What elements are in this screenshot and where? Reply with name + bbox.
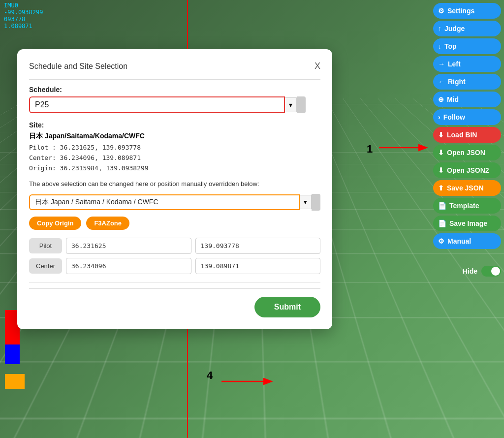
pilot-lon-input[interactable]	[195, 238, 320, 254]
save-json-icon: ⬆	[438, 184, 444, 192]
hide-label: Hide	[463, 267, 477, 275]
schedule-dropdown-btn[interactable]: ▾	[285, 97, 297, 112]
open-json-icon: ⬇	[438, 149, 444, 156]
sidebar: ⚙ Settings ↑ Judge ↓ Top → Left ← Right …	[430, 0, 504, 252]
submit-button[interactable]: Submit	[254, 297, 320, 317]
top-icon: ↓	[438, 42, 441, 50]
center-coords: Center: 36.234096, 139.089871	[29, 153, 320, 163]
site-name: 日本 Japan/Saitama/Kodama/CWFC	[29, 132, 320, 141]
follow-icon: ›	[438, 113, 441, 121]
judge-icon: ↑	[438, 25, 441, 32]
annotation-4: 4	[207, 369, 213, 382]
save-json-button[interactable]: ⬆ Save JSON	[433, 180, 501, 196]
left-button[interactable]: → Left	[433, 56, 501, 72]
annotation-1: 1	[367, 143, 373, 156]
modal-footer: Submit	[29, 288, 320, 317]
schedule-input[interactable]	[29, 96, 285, 113]
pilot-label-btn[interactable]: Pilot	[29, 238, 62, 253]
modal-divider-top	[29, 79, 320, 80]
settings-button[interactable]: ⚙ Settings	[433, 3, 501, 19]
right-button[interactable]: ← Right	[433, 74, 501, 90]
location-row: ▾	[29, 194, 320, 211]
manual-icon: ⚙	[438, 237, 444, 245]
origin-coords: Origin: 36.2315984, 139.0938299	[29, 163, 320, 174]
mid-button[interactable]: ⊕ Mid	[433, 92, 501, 107]
follow-button[interactable]: › Follow	[433, 109, 501, 125]
load-bin-icon: ⬇	[438, 131, 444, 139]
save-image-icon: 📄	[438, 219, 446, 227]
modal-dialog: Schedule and Site Selection X Schedule: …	[17, 49, 332, 329]
top-button[interactable]: ↓ Top	[433, 38, 501, 54]
template-icon: 📄	[438, 202, 446, 210]
manual-button[interactable]: ⚙ Manual	[433, 233, 501, 249]
schedule-row: ▾	[29, 96, 320, 113]
open-json2-icon: ⬇	[438, 166, 444, 174]
axis-blue	[5, 344, 20, 364]
settings-icon: ⚙	[438, 7, 444, 15]
action-buttons-row: Copy Origin F3AZone	[29, 217, 320, 230]
imu-line1: -99.0938299	[4, 9, 43, 16]
f3a-zone-button[interactable]: F3AZone	[86, 217, 129, 230]
modal-title: Schedule and Site Selection	[29, 62, 127, 71]
location-dropdown-btn[interactable]: ▾	[300, 195, 312, 209]
judge-button[interactable]: ↑ Judge	[433, 21, 501, 36]
hide-toggle[interactable]	[481, 266, 501, 277]
site-label: Site:	[29, 121, 320, 129]
coords-grid: Pilot Center	[29, 238, 320, 274]
override-text: The above selection can be changed here …	[29, 179, 320, 189]
schedule-scrollbar[interactable]	[297, 96, 306, 113]
hide-row: Hide	[463, 266, 501, 277]
center-label-btn[interactable]: Center	[29, 258, 62, 274]
axis-orange	[5, 374, 25, 389]
pilot-lat-input[interactable]	[66, 238, 191, 254]
imu-overlay: IMU0 -99.0938299 093778 1.089871	[0, 0, 47, 31]
pilot-coords: Pilot : 36.231625, 139.093778	[29, 143, 320, 153]
imu-label: IMU0	[4, 2, 43, 9]
template-button[interactable]: 📄 Template	[433, 198, 501, 214]
left-icon: →	[438, 60, 445, 68]
site-info: Site: 日本 Japan/Saitama/Kodama/CWFC Pilot…	[29, 121, 320, 173]
schedule-label: Schedule:	[29, 86, 320, 94]
location-input[interactable]	[29, 194, 300, 210]
open-json2-button[interactable]: ⬇ Open JSON2	[433, 162, 501, 178]
open-json-button[interactable]: ⬇ Open JSON	[433, 145, 501, 160]
copy-origin-button[interactable]: Copy Origin	[29, 217, 81, 230]
location-scrollbar[interactable]	[312, 194, 320, 211]
right-icon: ←	[438, 78, 445, 86]
mid-icon: ⊕	[438, 95, 444, 103]
center-lat-input[interactable]	[66, 258, 191, 274]
save-image-button[interactable]: 📄 Save Image	[433, 216, 501, 231]
modal-close-button[interactable]: X	[315, 61, 320, 71]
center-lon-input[interactable]	[195, 258, 320, 274]
load-bin-button[interactable]: ⬇ Load BIN	[433, 127, 501, 143]
imu-line3: 1.089871	[4, 23, 43, 30]
modal-header: Schedule and Site Selection X	[29, 61, 320, 71]
modal-divider-bottom	[29, 282, 320, 282]
imu-line2: 093778	[4, 16, 43, 23]
